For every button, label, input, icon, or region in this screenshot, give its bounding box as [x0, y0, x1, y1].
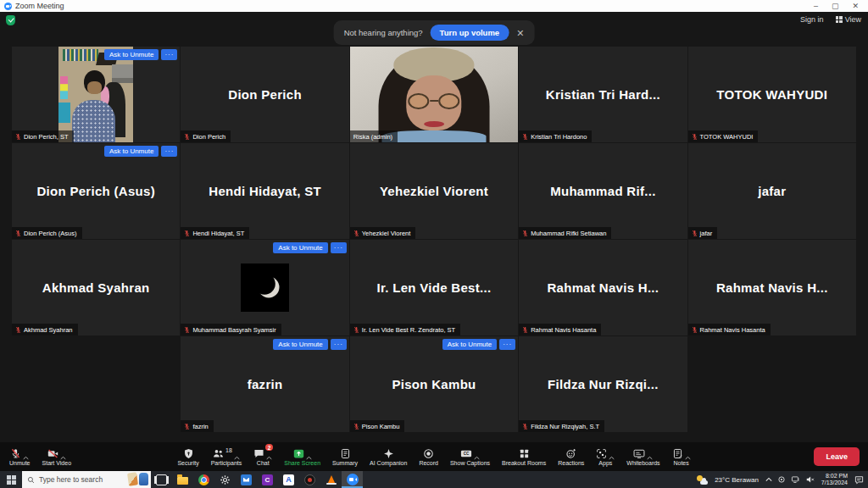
network-icon[interactable]	[791, 475, 800, 484]
ask-to-unmute-button[interactable]: Ask to Unmute	[104, 146, 159, 157]
taskbar-app-file-explorer[interactable]	[172, 471, 193, 488]
participant-tile[interactable]: fazrinAsk to Unmute···fazrin	[181, 336, 348, 432]
participant-name-label: Rahmat Navis Hasanta	[519, 324, 601, 336]
toolbar-participants-button[interactable]: 18Participants	[205, 442, 248, 471]
more-options-button[interactable]: ···	[331, 242, 347, 253]
participant-name-label: TOTOK WAHYUDI	[688, 130, 759, 142]
toolbar-breakout-rooms-button[interactable]: Breakout Rooms	[496, 442, 552, 471]
participant-tile[interactable]: Dion Perich (Asus)Ask to Unmute···Dion P…	[12, 143, 180, 239]
toolbar-label: Security	[177, 460, 198, 466]
taskbar-app-task-view[interactable]	[151, 471, 172, 488]
minimize-button[interactable]: –	[814, 3, 818, 10]
toolbar-whiteboards-button[interactable]: Whiteboards	[620, 442, 665, 471]
taskbar-app-mail[interactable]	[236, 471, 257, 488]
participant-tile[interactable]: Ask to Unmute···Dion Perich, ST	[12, 47, 180, 142]
participant-tile[interactable]: Rahmat Navis H...Rahmat Navis Hasanta	[688, 240, 856, 336]
toolbar-security-button[interactable]: Security	[171, 442, 204, 471]
leave-button[interactable]: Leave	[814, 447, 860, 466]
muted-mic-icon	[692, 326, 698, 334]
ask-to-unmute-button[interactable]: Ask to Unmute	[104, 49, 159, 60]
toolbar-label: Participants	[211, 460, 242, 466]
participant-tile[interactable]: Fildza Nur Rizqi...Fildza Nur Rizqiyah, …	[519, 336, 687, 432]
more-options-button[interactable]: ···	[499, 339, 515, 350]
taskbar-clock[interactable]: 8:02 PM7/13/2024	[821, 473, 848, 486]
toolbar-label: Start Video	[42, 460, 72, 466]
search-icon	[27, 476, 35, 484]
participant-name-label: Muhammad Rifki Setiawan	[519, 227, 611, 239]
participant-name-display: Rahmat Navis H...	[688, 240, 856, 336]
participant-name-label: Dion Perich	[181, 130, 231, 142]
toolbar-label: Apps	[598, 460, 612, 466]
recorder-app-icon	[304, 474, 315, 485]
ask-to-unmute-button[interactable]: Ask to Unmute	[273, 339, 327, 350]
toolbar-notes-button[interactable]: Notes	[666, 442, 697, 471]
participant-tile[interactable]: Kristian Tri Hard...Kristian Tri Hardono	[519, 47, 687, 142]
toolbar-unmute-button[interactable]: Unmute	[3, 442, 36, 471]
participant-name-display: Dion Perich (Asus)	[12, 143, 180, 239]
participant-name-label: Akhmad Syahran	[12, 324, 78, 336]
meeting-security-shield-icon[interactable]	[6, 15, 15, 25]
participant-tile[interactable]: Riska (admin)	[350, 47, 518, 142]
muted-mic-icon	[353, 230, 359, 237]
participant-tile[interactable]: Hendi Hidayat, STHendi Hidayat, ST	[181, 143, 348, 239]
muted-mic-icon	[692, 133, 698, 141]
action-center-icon[interactable]	[854, 475, 864, 485]
participant-tile[interactable]: Ir. Len Vide Best...Ir. Len Vide Best R.…	[350, 240, 518, 336]
toolbar-summary-button[interactable]: Summary	[326, 442, 364, 471]
participant-name-label: Fildza Nur Rizqiyah, S.T	[519, 420, 604, 432]
toolbar-start-video-button[interactable]: Start Video	[36, 442, 78, 471]
participant-grid: Ask to Unmute···Dion Perich, STDion Peri…	[12, 47, 856, 432]
participant-tile[interactable]: Rahmat Navis H...Rahmat Navis Hasanta	[519, 240, 687, 336]
toolbar-share-screen-button[interactable]: Share Screen	[278, 442, 326, 471]
taskbar-app-vlc[interactable]	[320, 471, 342, 488]
tray-app-icon[interactable]	[777, 475, 786, 484]
taskbar-app-chrome[interactable]	[193, 471, 214, 488]
toolbar-apps-button[interactable]: Apps	[590, 442, 620, 471]
turn-up-volume-button[interactable]: Turn up volume	[431, 25, 509, 41]
search-placeholder: Type here to search	[39, 475, 103, 484]
windows-taskbar: Type here to search CA 23°C Berawan 8:02…	[0, 471, 868, 488]
participant-tile[interactable]: Yehezkiel ViorentYehezkiel Viorent	[350, 143, 518, 239]
taskbar-search[interactable]: Type here to search	[22, 471, 151, 488]
participant-tile[interactable]: Dion PerichDion Perich	[181, 47, 348, 142]
participant-name-label: Pison Kambu	[350, 420, 405, 432]
taskbar-app-clipchamp[interactable]: C	[257, 471, 278, 488]
tray-expand-icon[interactable]	[765, 477, 772, 482]
view-button[interactable]: View	[836, 15, 861, 24]
participant-tile[interactable]: jafarjafar	[688, 143, 856, 239]
participant-video	[350, 47, 518, 142]
participant-tile[interactable]: Pison KambuAsk to Unmute···Pison Kambu	[350, 336, 518, 432]
taskbar-app-recorder[interactable]	[299, 471, 320, 488]
ask-to-unmute-button[interactable]: Ask to Unmute	[273, 242, 327, 253]
maximize-button[interactable]: ▢	[832, 3, 839, 10]
notification-close-icon[interactable]: ✕	[516, 29, 524, 37]
toolbar-record-button[interactable]: Record	[413, 442, 444, 471]
weather-widget[interactable]: 23°C Berawan	[715, 476, 759, 484]
more-options-button[interactable]: ···	[161, 146, 177, 157]
participant-name-display: Kristian Tri Hard...	[519, 47, 687, 142]
toolbar-reactions-button[interactable]: Reactions	[552, 442, 590, 471]
vlc-icon	[327, 475, 336, 485]
close-button[interactable]: ✕	[852, 3, 859, 10]
taskbar-app-zoom[interactable]	[342, 471, 363, 488]
participant-tile[interactable]: Ask to Unmute···Muhammad Basyrah Syamsir	[181, 240, 348, 336]
participant-tile[interactable]: Muhammad Rif...Muhammad Rifki Setiawan	[519, 143, 687, 239]
taskbar-app-app-a[interactable]: A	[278, 471, 299, 488]
participant-name-display: Hendi Hidayat, ST	[181, 143, 348, 239]
toolbar-show-captions-button[interactable]: CCShow Captions	[444, 442, 496, 471]
file-explorer-icon	[177, 477, 188, 485]
ask-to-unmute-button[interactable]: Ask to Unmute	[442, 339, 497, 350]
participant-tile[interactable]: TOTOK WAHYUDITOTOK WAHYUDI	[688, 47, 856, 142]
taskbar-app-settings[interactable]	[214, 471, 236, 488]
toolbar-chat-button[interactable]: Chat2	[248, 442, 278, 471]
toolbar-ai-companion-button[interactable]: AI Companion	[364, 442, 413, 471]
start-button[interactable]	[0, 471, 22, 488]
muted-mic-icon	[184, 133, 190, 141]
participant-tile[interactable]: Akhmad SyahranAkhmad Syahran	[12, 240, 180, 336]
more-options-button[interactable]: ···	[161, 49, 177, 60]
volume-muted-icon[interactable]	[805, 475, 815, 484]
sign-in-button[interactable]: Sign in	[800, 15, 824, 24]
participant-name-label: Dion Perich, ST	[12, 130, 74, 142]
window-title: Zoom Meeting	[15, 2, 64, 10]
more-options-button[interactable]: ···	[331, 339, 347, 350]
